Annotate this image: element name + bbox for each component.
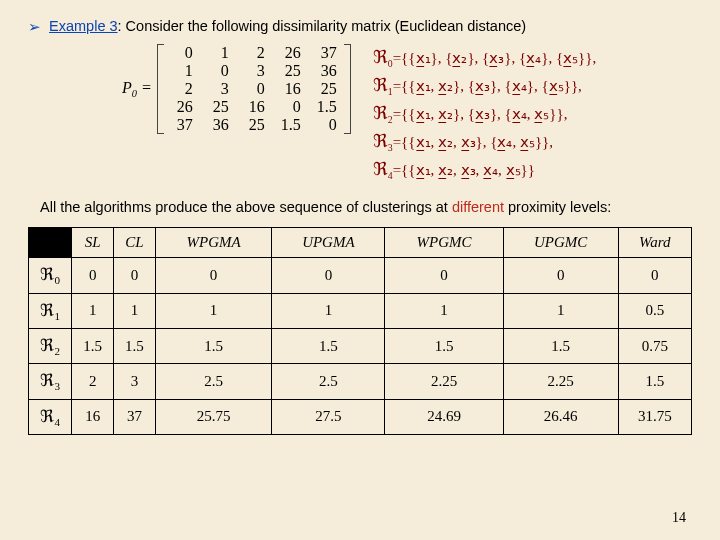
clustering-r0: ℜ0={{x̲₁}, {x̲₂}, {x̲₃}, {x̲₄}, {x̲₅}}, [373,44,596,72]
clustering-r3: ℜ3={{x̲₁, x̲₂, x̲₃}, {x̲₄, x̲₅}}, [373,128,596,156]
matrix-body: 0122637 1032536 2301625 26251601.5 37362… [164,44,344,134]
clustering-r1: ℜ1={{x̲₁, x̲₂}, {x̲₃}, {x̲₄}, {x̲₅}}, [373,72,596,100]
rowhead-r2: ℜ2 [29,328,72,363]
bottom-paragraph: All the algorithms produce the above seq… [40,198,692,218]
rowhead-r3: ℜ3 [29,364,72,399]
clustering-r2: ℜ2={{x̲₁, x̲₂}, {x̲₃}, {x̲₄, x̲₅}}, [373,100,596,128]
clusterings-list: ℜ0={{x̲₁}, {x̲₂}, {x̲₃}, {x̲₄}, {x̲₅}}, … [373,44,596,183]
table-row: ℜ0 0000000 [29,258,692,293]
bullet-arrow-icon: ➢ [28,18,41,36]
example-heading: ➢ Example 3: Consider the following diss… [28,18,692,36]
table-row: ℜ2 1.51.51.51.51.51.50.75 [29,328,692,363]
table-header-row: SL CL WPGMA UPGMA WPGMC UPGMC Ward [29,228,692,258]
matrix-label: P [122,79,132,96]
table-row: ℜ1 1111110.5 [29,293,692,328]
clustering-r4: ℜ4={{x̲₁, x̲₂, x̲₃, x̲₄, x̲₅}} [373,156,596,184]
proximity-levels-table: SL CL WPGMA UPGMA WPGMC UPGMC Ward ℜ0 00… [28,227,692,435]
example-text: : Consider the following dissimilarity m… [118,18,527,34]
rowhead-r4: ℜ4 [29,399,72,434]
col-sl: SL [72,228,114,258]
col-upgmc: UPGMC [503,228,618,258]
table-row: ℜ4 163725.7527.524.6926.4631.75 [29,399,692,434]
highlight-word: different [452,199,504,215]
example-label: Example 3 [49,18,118,34]
col-upgma: UPGMA [272,228,385,258]
col-cl: CL [114,228,156,258]
rowhead-r1: ℜ1 [29,293,72,328]
rowhead-r0: ℜ0 [29,258,72,293]
col-ward: Ward [618,228,691,258]
table-row: ℜ3 232.52.52.252.251.5 [29,364,692,399]
col-wpgmc: WPGMC [385,228,503,258]
top-row: P0 = 0122637 1032536 2301625 26251601.5 … [28,44,692,183]
page-number: 14 [672,510,686,526]
table-corner [29,228,72,258]
dissimilarity-matrix: P0 = 0122637 1032536 2301625 26251601.5 … [122,44,351,134]
col-wpgma: WPGMA [155,228,272,258]
